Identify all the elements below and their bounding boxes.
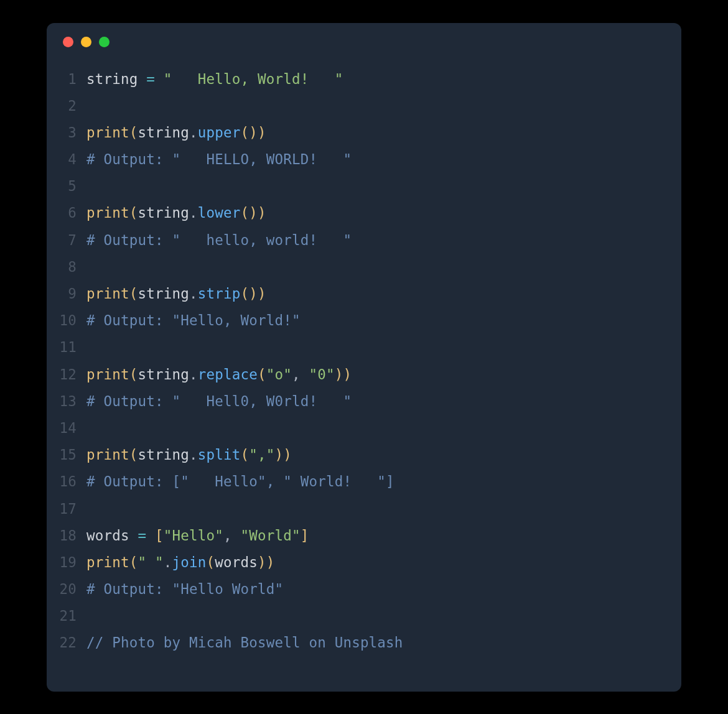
- code-line[interactable]: 17: [58, 496, 664, 522]
- token-punct-dim: .: [189, 366, 198, 382]
- code-line[interactable]: 2: [58, 93, 664, 119]
- token-brace: ): [283, 447, 292, 463]
- line-number: 14: [58, 415, 86, 442]
- code-line[interactable]: 19print(" ".join(words)): [58, 549, 664, 576]
- token-attr: join: [172, 554, 206, 570]
- line-number: 13: [58, 388, 86, 415]
- token-brace: ): [258, 285, 266, 302]
- token-func: print: [86, 124, 129, 141]
- code-line[interactable]: 11: [58, 334, 664, 361]
- code-line[interactable]: 1string = " Hello, World! ": [58, 66, 664, 93]
- code-line[interactable]: 20# Output: "Hello World": [58, 576, 664, 603]
- line-content[interactable]: print(string.strip()): [86, 280, 664, 307]
- code-line[interactable]: 18words = ["Hello", "World"]: [58, 522, 664, 549]
- line-content[interactable]: # Output: "Hello World": [86, 576, 664, 603]
- line-number: 3: [58, 119, 86, 146]
- code-line[interactable]: 6print(string.lower()): [58, 200, 664, 226]
- code-window: 1string = " Hello, World! "2 3print(stri…: [47, 23, 681, 692]
- code-line[interactable]: 15print(string.split(",")): [58, 442, 664, 468]
- token-ident: string: [138, 285, 189, 302]
- code-editor[interactable]: 1string = " Hello, World! "2 3print(stri…: [47, 52, 681, 674]
- token-comment-blue: # Output: "Hello, World!": [86, 312, 301, 328]
- line-content[interactable]: # Output: " hello, world! ": [86, 227, 664, 254]
- line-content[interactable]: # Output: "Hello, World!": [86, 307, 664, 334]
- line-number: 11: [58, 334, 86, 361]
- code-line[interactable]: 16# Output: [" Hello", " World! "]: [58, 468, 664, 495]
- token-comment-blue: # Output: " Hell0, W0rld! ": [86, 393, 352, 409]
- code-line[interactable]: 3print(string.upper()): [58, 119, 664, 146]
- token-brace: [: [155, 527, 164, 544]
- line-content[interactable]: [86, 173, 664, 200]
- maximize-icon[interactable]: [99, 37, 110, 47]
- token-punct-dim: .: [189, 447, 198, 463]
- token-brace: (: [129, 124, 138, 141]
- token-brace: (: [129, 366, 138, 382]
- line-content[interactable]: # Output: [" Hello", " World! "]: [86, 468, 664, 495]
- token-brace: ): [249, 124, 258, 141]
- line-content[interactable]: string = " Hello, World! ": [86, 66, 664, 93]
- token-punct-dim: ,: [223, 527, 232, 544]
- code-line[interactable]: 8: [58, 254, 664, 280]
- token-punct-dim: .: [189, 285, 198, 302]
- line-content[interactable]: [86, 254, 664, 280]
- line-content[interactable]: print(string.replace("o", "0")): [86, 361, 664, 388]
- line-number: 10: [58, 307, 86, 334]
- line-content[interactable]: print(" ".join(words)): [86, 549, 664, 576]
- code-line[interactable]: 10# Output: "Hello, World!": [58, 307, 664, 334]
- token-attr: split: [198, 447, 241, 463]
- code-line[interactable]: 5: [58, 173, 664, 200]
- code-line[interactable]: 21: [58, 603, 664, 629]
- token-func: print: [86, 447, 129, 463]
- minimize-icon[interactable]: [81, 37, 91, 47]
- token-punct-dim: .: [164, 554, 172, 570]
- code-line[interactable]: 22// Photo by Micah Boswell on Unsplash: [58, 629, 664, 656]
- line-content[interactable]: print(string.lower()): [86, 200, 664, 226]
- token-comment-blue: # Output: "Hello World": [86, 581, 283, 597]
- close-icon[interactable]: [63, 37, 73, 47]
- token-string: "o": [266, 366, 292, 382]
- token-string: "World": [240, 527, 300, 544]
- token-brace: ): [249, 285, 258, 302]
- token-default: [146, 527, 155, 544]
- code-line[interactable]: 9print(string.strip()): [58, 280, 664, 307]
- token-punct-dim: .: [189, 205, 198, 221]
- line-content[interactable]: [86, 93, 664, 119]
- line-content[interactable]: [86, 334, 664, 361]
- token-default: [232, 527, 241, 544]
- code-line[interactable]: 7# Output: " hello, world! ": [58, 227, 664, 254]
- code-line[interactable]: 14: [58, 415, 664, 442]
- token-brace: ]: [301, 527, 309, 544]
- line-content[interactable]: words = ["Hello", "World"]: [86, 522, 664, 549]
- token-brace: (: [129, 554, 138, 570]
- code-line[interactable]: 4# Output: " HELLO, WORLD! ": [58, 146, 664, 173]
- line-content[interactable]: [86, 415, 664, 442]
- line-content[interactable]: print(string.upper()): [86, 119, 664, 146]
- token-brace: (: [240, 447, 249, 463]
- line-content[interactable]: print(string.split(",")): [86, 442, 664, 468]
- token-string: " Hello, World! ": [164, 71, 343, 87]
- code-line[interactable]: 13# Output: " Hell0, W0rld! ": [58, 388, 664, 415]
- line-number: 6: [58, 200, 86, 226]
- line-number: 16: [58, 468, 86, 495]
- line-content[interactable]: // Photo by Micah Boswell on Unsplash: [86, 629, 664, 656]
- line-content[interactable]: # Output: " Hell0, W0rld! ": [86, 388, 664, 415]
- line-content[interactable]: # Output: " HELLO, WORLD! ": [86, 146, 664, 173]
- line-content[interactable]: [86, 496, 664, 522]
- line-content[interactable]: [86, 603, 664, 629]
- token-default: [301, 366, 309, 382]
- token-brace: ): [258, 554, 266, 570]
- token-ident: string: [138, 366, 189, 382]
- token-default: [138, 71, 146, 87]
- line-number: 21: [58, 603, 86, 629]
- token-attr: replace: [198, 366, 258, 382]
- code-line[interactable]: 12print(string.replace("o", "0")): [58, 361, 664, 388]
- token-brace: ): [249, 205, 258, 221]
- token-func: print: [86, 366, 129, 382]
- token-punct-dim: ,: [292, 366, 301, 382]
- token-brace: (: [258, 366, 266, 382]
- token-brace: (: [129, 447, 138, 463]
- token-string: " ": [138, 554, 163, 570]
- line-number: 18: [58, 522, 86, 549]
- line-number: 8: [58, 254, 86, 280]
- line-number: 7: [58, 227, 86, 254]
